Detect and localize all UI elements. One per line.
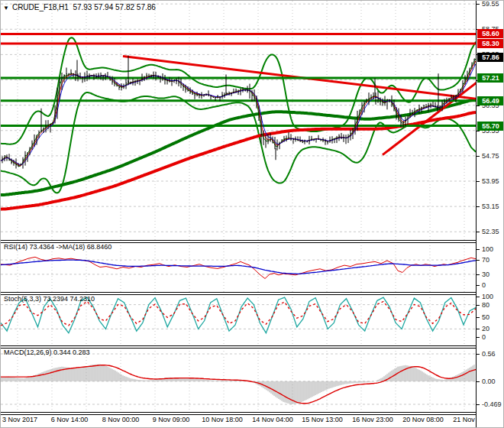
chart-title: ▼CRUDE_F18,H1 57.93 57.94 57.82 57.86 [3, 3, 156, 11]
level-price-label: 57.21 [477, 73, 504, 83]
axis-tick [477, 329, 480, 329]
ohlc-quote-label: 57.93 57.94 57.82 57.86 [73, 3, 155, 11]
macd-pane[interactable] [1, 348, 476, 412]
price-axis-label: 0 [482, 281, 486, 289]
price-axis-label: 50 [482, 313, 489, 321]
slow-green-ma [1, 100, 476, 196]
level-price-label: 58.60 [477, 29, 504, 38]
price-axis-label: 53.15 [482, 203, 499, 210]
level-price-label: 55.70 [477, 122, 504, 131]
time-axis-label: 6 Nov 14:00 [51, 416, 89, 423]
axis-tick [477, 337, 480, 338]
time-axis-label: 10 Nov 18:00 [202, 416, 243, 423]
time-axis[interactable]: 3 Nov 20176 Nov 14:008 Nov 00:009 Nov 09… [1, 413, 476, 428]
axis-tick [477, 285, 480, 286]
current-price-label: 57.86 [477, 53, 504, 62]
price-axis-label: 20 [482, 325, 489, 332]
price-axis-label: 59.55 [482, 0, 499, 8]
trading-chart-window: ▼CRUDE_F18,H1 57.93 57.94 57.82 57.86 RS… [0, 0, 504, 428]
fast-green-ma [1, 59, 476, 167]
price-axis-label: 53.95 [482, 177, 499, 185]
axis-tick [477, 381, 480, 382]
symbol-label: CRUDE_F18,H1 [12, 3, 69, 11]
main-price-pane[interactable] [1, 1, 476, 240]
price-axis-label: 0.00 [482, 378, 496, 385]
price-axis[interactable]: 59.5558.7557.9557.1556.3555.5554.7553.95… [476, 1, 504, 428]
rsi-ma-line [1, 260, 476, 274]
stoch-indicator-label: Stoch(5,3,3) 73.2394 74.2310 [4, 295, 95, 303]
axis-tick [477, 404, 480, 405]
time-axis-label: 9 Nov 09:00 [153, 416, 190, 423]
axis-tick [477, 156, 480, 157]
price-axis-label: 100 [482, 245, 493, 253]
axis-tick [477, 260, 480, 261]
axis-tick [477, 354, 480, 355]
macd-indicator-label: MACD(12,26,9) 0.344 0.283 [4, 349, 90, 356]
axis-tick [477, 249, 480, 250]
price-axis-label: 52.35 [482, 228, 499, 235]
price-axis-label: -0.469 [482, 400, 502, 408]
price-axis-label: 80 [482, 301, 489, 309]
price-axis-label: 0.56 [482, 350, 496, 358]
price-axis-label: 70 [482, 256, 489, 264]
macd-signal-line [1, 365, 476, 404]
price-axis-label: 100 [482, 293, 493, 300]
time-axis-label: 15 Nov 13:00 [302, 416, 343, 423]
fast-red-ma [1, 61, 476, 166]
price-bars [2, 59, 475, 169]
time-axis-label: 16 Nov 23:00 [352, 416, 393, 423]
axis-tick [477, 317, 480, 318]
time-axis-label: 20 Nov 08:00 [402, 416, 444, 423]
axis-tick [477, 4, 480, 5]
rsi-indicator-label: RSI(14) 73.4364 ->MA(18) 68.8460 [4, 243, 111, 251]
axis-tick [477, 232, 480, 232]
axis-tick [477, 131, 480, 131]
price-axis-label: 0 [482, 333, 486, 341]
stoch-k-line [1, 297, 476, 333]
time-axis-label: 3 Nov 2017 [2, 416, 37, 423]
axis-tick [477, 305, 480, 306]
axis-tick [477, 206, 480, 207]
axis-tick [477, 274, 480, 275]
symbol-dropdown-icon[interactable]: ▼ [3, 5, 9, 11]
level-price-label: 56.49 [477, 96, 504, 105]
time-axis-label: 8 Nov 00:00 [102, 416, 140, 423]
axis-tick [477, 297, 480, 297]
axis-tick [477, 181, 480, 182]
level-price-label: 58.30 [477, 39, 504, 48]
time-axis-label: 14 Nov 04:00 [252, 416, 293, 423]
price-axis-label: 54.75 [482, 152, 499, 160]
price-axis-label: 30 [482, 271, 489, 278]
